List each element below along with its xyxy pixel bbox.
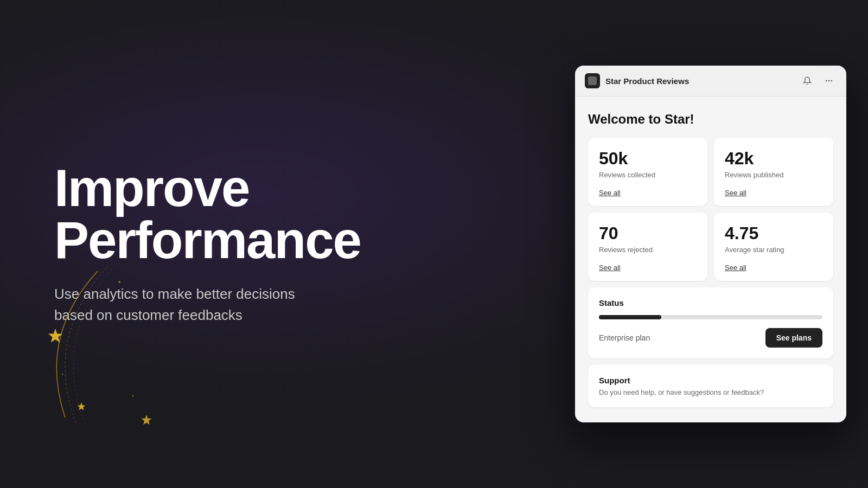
svg-point-3 (118, 281, 120, 283)
stat-label-reviews-rejected: Reviews rejected (599, 246, 697, 254)
svg-point-5 (132, 395, 134, 397)
stat-link-reviews-collected[interactable]: See all (599, 189, 621, 197)
svg-point-8 (831, 80, 832, 82)
hero-title: Improve Performance (54, 162, 521, 266)
stat-link-reviews-published[interactable]: See all (725, 189, 746, 197)
svg-point-4 (62, 374, 63, 375)
plan-label: Enterprise plan (599, 333, 650, 342)
app-logo (585, 73, 600, 88)
stat-card-reviews-published: 42k Reviews published See all (714, 138, 833, 206)
svg-marker-1 (77, 402, 85, 410)
stat-card-reviews-collected: 50k Reviews collected See all (588, 138, 707, 206)
app-content: Welcome to Star! 50k Reviews collected S… (575, 97, 846, 422)
stat-link-avg-rating[interactable]: See all (725, 264, 746, 272)
support-title: Support (599, 376, 822, 385)
support-text: Do you need help, or have suggestions or… (599, 388, 822, 396)
bell-button[interactable] (800, 73, 815, 88)
status-title: Status (599, 298, 822, 307)
svg-marker-0 (48, 329, 62, 343)
title-bar: Star Product Reviews (575, 66, 846, 97)
progress-bar-fill (599, 315, 661, 319)
stat-value-reviews-collected: 50k (599, 149, 697, 169)
app-window: Star Product Reviews Welcome to Star! (575, 66, 846, 422)
stat-value-avg-rating: 4.75 (725, 223, 822, 243)
stat-value-reviews-published: 42k (725, 149, 822, 169)
left-panel: Improve Performance Use analytics to mak… (0, 0, 564, 488)
stat-label-reviews-published: Reviews published (725, 171, 822, 179)
status-card: Status Enterprise plan See plans (588, 287, 833, 358)
stat-link-reviews-rejected[interactable]: See all (599, 264, 621, 272)
status-bottom: Enterprise plan See plans (599, 328, 822, 348)
right-panel: Star Product Reviews Welcome to Star! (564, 0, 868, 488)
svg-marker-2 (142, 415, 152, 425)
stat-label-reviews-collected: Reviews collected (599, 171, 697, 179)
svg-point-7 (828, 80, 830, 82)
see-plans-button[interactable]: See plans (765, 328, 822, 348)
more-button[interactable] (821, 73, 837, 88)
stat-value-reviews-rejected: 70 (599, 223, 697, 243)
stats-grid: 50k Reviews collected See all 42k Review… (588, 138, 833, 281)
svg-point-6 (826, 80, 827, 82)
stat-card-avg-rating: 4.75 Average star rating See all (714, 213, 833, 281)
stat-label-avg-rating: Average star rating (725, 246, 822, 254)
app-logo-inner (588, 76, 597, 85)
hero-subtitle: Use analytics to make better decisions b… (54, 284, 326, 326)
welcome-title: Welcome to Star! (588, 112, 833, 127)
stat-card-reviews-rejected: 70 Reviews rejected See all (588, 213, 707, 281)
title-bar-actions (800, 73, 837, 88)
app-title: Star Product Reviews (605, 76, 800, 86)
progress-bar-background (599, 315, 822, 319)
support-card: Support Do you need help, or have sugges… (588, 365, 833, 407)
